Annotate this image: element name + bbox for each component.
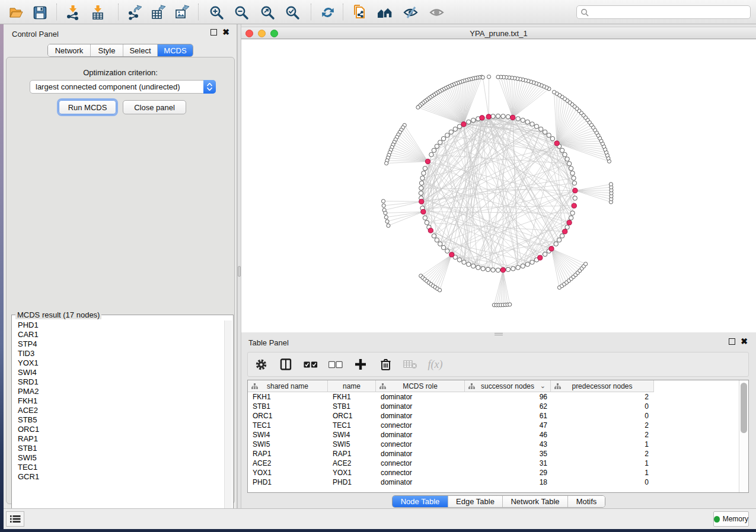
refresh-icon[interactable]: [319, 4, 337, 21]
network-view[interactable]: [241, 40, 756, 332]
import-network-icon[interactable]: [64, 4, 82, 21]
table-row-YOX1[interactable]: YOX1YOX1connector291: [248, 468, 654, 477]
table-scrollbar-thumb[interactable]: [741, 383, 747, 433]
mcds-node[interactable]: [461, 122, 466, 127]
mcds-result-item[interactable]: STB1: [12, 444, 224, 453]
table-scrollbar[interactable]: [739, 380, 748, 492]
deselect-all-icon[interactable]: [328, 357, 343, 371]
mcds-result-list[interactable]: PHD1CAR1STP4TID3YOX1SWI4SRD1PMA2FKH1ACE2…: [12, 321, 224, 530]
splitter-grip[interactable]: [238, 266, 241, 277]
mcds-result-item[interactable]: STB5: [12, 415, 224, 425]
mcds-result-item[interactable]: PMA2: [12, 387, 224, 396]
export-image-icon[interactable]: [173, 4, 191, 21]
save-session-icon[interactable]: [31, 4, 49, 21]
criterion-dropdown[interactable]: largest connected component (undirected): [30, 80, 216, 94]
mcds-result-item[interactable]: TID3: [12, 349, 224, 358]
mcds-node[interactable]: [419, 199, 424, 204]
close-panel-button[interactable]: Close panel: [123, 100, 186, 114]
zoom-fit-icon[interactable]: [259, 4, 276, 21]
mcds-node[interactable]: [538, 255, 543, 260]
mcds-node[interactable]: [425, 159, 430, 164]
mcds-result-item[interactable]: STP4: [12, 339, 224, 349]
column-header-predecessor-nodes[interactable]: predecessor nodes: [551, 380, 654, 392]
tab-node-table[interactable]: Node Table: [393, 496, 448, 507]
export-network-icon[interactable]: [126, 4, 143, 21]
tab-network[interactable]: Network: [48, 44, 91, 56]
run-mcds-button[interactable]: Run MCDS: [59, 100, 116, 114]
mcds-result-item[interactable]: ACE2: [12, 406, 224, 415]
hide-graphics-icon[interactable]: [402, 4, 420, 21]
table-settings-gear-icon[interactable]: [254, 357, 268, 371]
mcds-node[interactable]: [428, 228, 433, 233]
float-table-panel-icon[interactable]: [729, 338, 735, 345]
table-row-SWI4[interactable]: SWI4SWI4dominator462: [248, 430, 654, 440]
share-network-icon[interactable]: [351, 4, 369, 21]
table-row-STB1[interactable]: STB1STB1dominator620: [248, 402, 654, 411]
mcds-result-item[interactable]: RAP1: [12, 434, 224, 444]
open-file-icon[interactable]: [7, 4, 25, 21]
mcds-node[interactable]: [486, 114, 491, 119]
tab-edge-table[interactable]: Edge Table: [448, 496, 503, 507]
mcds-node[interactable]: [572, 203, 576, 208]
search-input[interactable]: [589, 8, 750, 17]
tab-select[interactable]: Select: [123, 44, 158, 56]
task-history-button[interactable]: [6, 511, 24, 527]
mcds-node[interactable]: [567, 220, 572, 225]
tab-motifs[interactable]: Motifs: [568, 496, 605, 507]
mcds-result-item[interactable]: YOX1: [12, 358, 224, 368]
mcds-result-item[interactable]: GCR1: [12, 472, 224, 482]
memory-button[interactable]: Memory: [713, 511, 749, 527]
float-panel-icon[interactable]: [210, 29, 217, 36]
close-panel-icon[interactable]: ✖: [222, 29, 229, 36]
mcds-node[interactable]: [480, 116, 484, 120]
zoom-selected-icon[interactable]: [283, 4, 301, 21]
table-row-SWI5[interactable]: SWI5SWI5connector431: [248, 440, 654, 449]
tab-style[interactable]: Style: [91, 44, 123, 56]
zoom-out-icon[interactable]: [232, 4, 250, 21]
import-table-icon[interactable]: [89, 4, 107, 21]
network-overview-icon[interactable]: [376, 4, 394, 21]
tab-mcds[interactable]: MCDS: [158, 44, 193, 56]
tab-network-table[interactable]: Network Table: [503, 496, 568, 507]
sort-descending-icon: ⌄: [540, 382, 546, 390]
mcds-result-item[interactable]: SRD1: [12, 377, 224, 387]
node-table[interactable]: shared namenameMCDS rolesuccessor nodes⌄…: [247, 380, 749, 493]
mcds-result-item[interactable]: PHD1: [12, 321, 224, 330]
table-row-ORC1[interactable]: ORC1ORC1dominator610: [248, 411, 654, 421]
column-header-name[interactable]: name: [328, 380, 376, 392]
mcds-result-item[interactable]: SWI4: [12, 368, 224, 377]
table-row-TEC1[interactable]: TEC1TEC1connector472: [248, 421, 654, 430]
mcds-node[interactable]: [511, 115, 515, 120]
column-header-MCDS-role[interactable]: MCDS role: [376, 380, 465, 392]
panel-splitter[interactable]: [237, 24, 241, 508]
mcds-result-item[interactable]: FKH1: [12, 396, 224, 406]
horizontal-splitter-grip[interactable]: [495, 333, 503, 335]
close-table-panel-icon[interactable]: ✖: [741, 338, 748, 345]
mcds-result-item[interactable]: TEC1: [12, 463, 224, 472]
table-row-RAP1[interactable]: RAP1RAP1dominator352: [248, 449, 654, 459]
mcds-result-item[interactable]: SWI5: [12, 453, 224, 463]
search-field[interactable]: [576, 5, 751, 19]
show-columns-icon[interactable]: [279, 357, 293, 371]
result-list-scrollbar[interactable]: [224, 321, 232, 530]
mcds-node[interactable]: [449, 252, 454, 257]
export-table-icon[interactable]: [149, 4, 167, 21]
mcds-result-item[interactable]: CAR1: [12, 330, 224, 339]
delete-column-icon[interactable]: [378, 357, 393, 371]
select-all-icon[interactable]: [304, 357, 318, 371]
mcds-result-item[interactable]: ORC1: [12, 425, 224, 434]
table-row-ACE2[interactable]: ACE2ACE2connector311: [248, 459, 654, 468]
mcds-node[interactable]: [549, 246, 554, 251]
mcds-node[interactable]: [500, 268, 505, 273]
column-header-shared-name[interactable]: shared name: [248, 380, 328, 392]
table-row-PHD1[interactable]: PHD1PHD1dominator180: [248, 477, 654, 487]
column-header-successor-nodes[interactable]: successor nodes⌄: [465, 380, 551, 392]
add-column-icon[interactable]: [353, 357, 368, 371]
mcds-node[interactable]: [554, 141, 559, 146]
show-graphics-icon[interactable]: [428, 4, 446, 21]
mcds-node[interactable]: [563, 229, 567, 234]
mcds-node[interactable]: [421, 209, 426, 214]
table-row-FKH1[interactable]: FKH1FKH1dominator962: [248, 392, 654, 402]
mcds-node[interactable]: [573, 188, 578, 193]
zoom-in-icon[interactable]: [208, 4, 225, 21]
